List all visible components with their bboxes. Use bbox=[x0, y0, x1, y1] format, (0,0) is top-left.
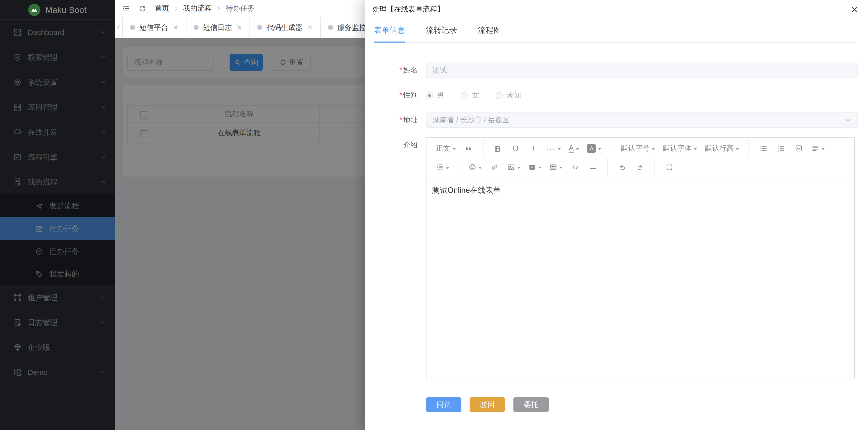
redo-icon[interactable] bbox=[632, 160, 648, 174]
required-asterisk: * bbox=[399, 91, 402, 99]
sidebar-item-label: 我发起的 bbox=[49, 269, 106, 279]
sidebar-item-label: 租户管理 bbox=[28, 293, 100, 303]
tags-icon bbox=[35, 270, 43, 278]
ordered-list-icon[interactable] bbox=[773, 141, 789, 155]
sidebar-item-permissions[interactable]: 权限管理 bbox=[0, 45, 115, 70]
bullet-list-icon[interactable] bbox=[756, 141, 771, 155]
tab-code-generator[interactable]: 代码生成器 bbox=[250, 17, 321, 37]
doc-user-icon bbox=[13, 178, 22, 186]
tab-sms-platform[interactable]: 短信平台 bbox=[123, 17, 186, 37]
caret-down-icon bbox=[558, 147, 561, 151]
sidebar-item-log-management[interactable]: 日志管理 bbox=[0, 310, 115, 335]
sidebar-item-initiated-by-me[interactable]: 我发起的 bbox=[0, 263, 115, 285]
italic-icon[interactable]: I bbox=[526, 141, 541, 155]
tab-dot-icon bbox=[328, 25, 333, 30]
chevron-down-icon bbox=[100, 154, 106, 160]
sidebar-item-label: 待办任务 bbox=[49, 224, 106, 234]
caret-down-icon bbox=[517, 166, 521, 170]
bg-color-icon[interactable]: A bbox=[584, 141, 604, 155]
close-drawer-button[interactable] bbox=[850, 5, 859, 13]
reject-button[interactable]: 驳回 bbox=[470, 397, 505, 412]
address-select[interactable]: 湖南省 / 长沙市 / 岳麓区 bbox=[426, 113, 858, 128]
gender-option-female[interactable]: 女 bbox=[461, 90, 479, 101]
breadcrumb-my-process[interactable]: 我的流程 bbox=[183, 3, 212, 13]
quote-icon[interactable] bbox=[461, 141, 476, 155]
caret-down-icon bbox=[538, 166, 541, 170]
justify-icon[interactable] bbox=[809, 141, 828, 155]
tab-flow-records[interactable]: 流转记录 bbox=[426, 25, 457, 42]
line-height-button[interactable]: 默认行高 bbox=[702, 141, 742, 155]
sidebar-item-my-process[interactable]: 我的流程 bbox=[0, 169, 115, 194]
edit-square-icon bbox=[35, 225, 43, 232]
caret-down-icon bbox=[478, 166, 482, 170]
code-block-icon[interactable] bbox=[567, 160, 583, 174]
editor-content[interactable]: 测试Online在线表单 bbox=[427, 178, 854, 381]
sidebar-item-label: 发起流程 bbox=[49, 201, 106, 211]
sidebar-item-tenant-management[interactable]: 租户管理 bbox=[0, 285, 115, 310]
table-icon[interactable] bbox=[547, 160, 565, 174]
sidebar: Maku Boot Dashboard 权限管理 系统设置 应用管理 bbox=[0, 0, 115, 430]
chevron-left-icon bbox=[116, 24, 122, 30]
chevron-down-icon bbox=[100, 29, 106, 35]
sidebar-item-label: 企业版 bbox=[28, 343, 106, 353]
chevron-down-icon bbox=[100, 79, 106, 85]
radio-icon bbox=[496, 92, 503, 99]
sidebar-item-label: Demo bbox=[28, 368, 100, 377]
image-icon[interactable] bbox=[504, 160, 523, 174]
sidebar-item-online-dev[interactable]: 在线开发 bbox=[0, 120, 115, 144]
fullscreen-icon[interactable] bbox=[661, 160, 677, 174]
tab-label: 服务监控 bbox=[337, 22, 366, 32]
brand-logo[interactable]: Maku Boot bbox=[0, 0, 115, 20]
sidebar-item-demo[interactable]: Demo bbox=[0, 360, 115, 385]
indent-icon[interactable] bbox=[433, 160, 452, 174]
name-value: 测试 bbox=[433, 65, 447, 76]
divider-icon[interactable] bbox=[585, 160, 601, 174]
gear-icon bbox=[13, 78, 22, 86]
paragraph-style-button[interactable]: 正文 bbox=[433, 141, 459, 155]
toolbar-divider bbox=[608, 158, 608, 177]
refresh-icon[interactable] bbox=[138, 4, 147, 12]
close-icon[interactable] bbox=[173, 24, 179, 30]
undo-icon[interactable] bbox=[615, 160, 630, 174]
sidebar-item-app-management[interactable]: 应用管理 bbox=[0, 95, 115, 120]
sidebar-item-label: 系统设置 bbox=[28, 77, 100, 87]
font-size-button[interactable]: 默认字号 bbox=[618, 141, 658, 155]
close-icon[interactable] bbox=[307, 24, 313, 30]
doc-check-icon bbox=[13, 318, 22, 327]
breadcrumb-home[interactable]: 首页 bbox=[155, 3, 169, 13]
close-icon[interactable] bbox=[236, 24, 242, 30]
tab-form-info[interactable]: 表单信息 bbox=[374, 25, 405, 42]
app-grid-icon bbox=[13, 103, 22, 111]
more-styles-icon[interactable]: ··· bbox=[543, 141, 563, 155]
tabs-scroll-left[interactable] bbox=[115, 17, 123, 37]
link-icon[interactable] bbox=[487, 160, 502, 174]
sidebar-item-enterprise[interactable]: 企业版 bbox=[0, 335, 115, 360]
todo-list-icon[interactable] bbox=[791, 141, 807, 155]
tab-sms-log[interactable]: 短信日志 bbox=[186, 17, 250, 37]
collapse-menu-icon[interactable] bbox=[122, 4, 130, 12]
bold-icon[interactable]: B bbox=[490, 141, 506, 155]
toolbar-divider bbox=[654, 158, 655, 177]
gender-option-male[interactable]: 男 bbox=[426, 90, 444, 101]
sidebar-item-dashboard[interactable]: Dashboard bbox=[0, 20, 115, 45]
font-color-icon[interactable]: A bbox=[566, 141, 582, 155]
emoji-icon[interactable] bbox=[466, 160, 485, 174]
underline-icon[interactable]: U bbox=[508, 141, 524, 155]
font-family-button[interactable]: 默认字体 bbox=[660, 141, 700, 155]
dashboard-grid-icon bbox=[13, 28, 22, 36]
name-field[interactable]: 测试 bbox=[426, 63, 858, 78]
tab-flow-chart[interactable]: 流程图 bbox=[478, 25, 501, 42]
sidebar-item-start-process[interactable]: 发起流程 bbox=[0, 194, 115, 217]
gender-option-unknown[interactable]: 未知 bbox=[496, 90, 521, 101]
delegate-button[interactable]: 委托 bbox=[514, 397, 549, 412]
chevron-down-icon bbox=[845, 117, 851, 123]
brand-name: Maku Boot bbox=[45, 5, 87, 15]
approve-button[interactable]: 同意 bbox=[426, 397, 461, 412]
sidebar-item-todo-tasks[interactable]: 待办任务 bbox=[0, 217, 115, 240]
sidebar-item-done-tasks[interactable]: 已办任务 bbox=[0, 240, 115, 263]
radio-label: 女 bbox=[472, 90, 479, 101]
sidebar-item-process-engine[interactable]: 流程引擎 bbox=[0, 144, 115, 169]
sidebar-item-system-settings[interactable]: 系统设置 bbox=[0, 70, 115, 95]
video-icon[interactable] bbox=[526, 160, 545, 174]
mountain-logo-icon bbox=[28, 3, 40, 16]
